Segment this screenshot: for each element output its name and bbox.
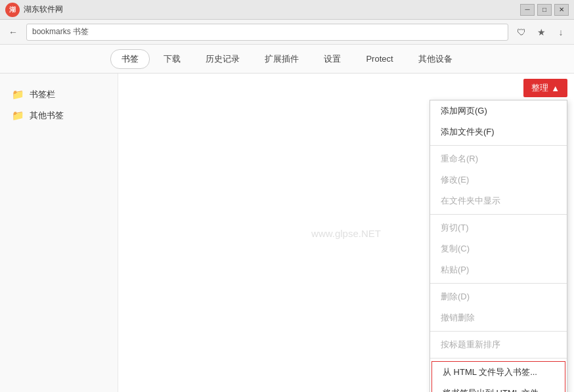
tab-other-devices[interactable]: 其他设备 (407, 49, 464, 69)
star-icon[interactable]: ★ (533, 24, 549, 40)
dropdown-delete: 删除(D) (430, 286, 567, 307)
address-right-icons: 🛡 ★ ↓ (514, 24, 569, 40)
dropdown-sep-1 (430, 145, 567, 146)
dropdown-sep-5 (430, 358, 567, 359)
tab-settings[interactable]: 设置 (313, 49, 352, 69)
dropdown-sep-4 (430, 331, 567, 332)
manage-label: 整理 (531, 82, 548, 94)
sidebar-item-bookmarks-bar[interactable]: 📁 书签栏 (5, 84, 112, 105)
manage-button[interactable]: 整理 ▲ (523, 79, 567, 97)
dropdown-add-page[interactable]: 添加网页(G) (430, 100, 567, 121)
dropdown-paste: 粘贴(P) (430, 259, 567, 280)
addressbar: ← 🛡 ★ ↓ (0, 20, 574, 45)
dropdown-highlight-group: 从 HTML 文件导入书签... 将书签导出到 HTML 文件... (431, 361, 565, 392)
download-icon[interactable]: ↓ (553, 24, 569, 40)
tab-extensions[interactable]: 扩展插件 (254, 49, 310, 69)
shield-icon[interactable]: 🛡 (514, 24, 529, 40)
window-controls: ─ □ ✕ (520, 4, 569, 16)
titlebar-title: 湖东软件网 (24, 4, 63, 15)
sidebar: 📁 书签栏 📁 其他书签 (0, 74, 118, 392)
sidebar-item-label-bookmarks-bar: 书签栏 (30, 89, 55, 100)
dropdown-rename: 重命名(R) (430, 148, 567, 169)
minimize-button[interactable]: ─ (520, 4, 535, 16)
dropdown-copy: 复制(C) (430, 238, 567, 259)
dropdown-cut: 剪切(T) (430, 217, 567, 238)
toolbar: 书签 下载 历史记录 扩展插件 设置 Protect 其他设备 搜索书签 (0, 45, 574, 74)
close-button[interactable]: ✕ (554, 4, 569, 16)
tab-bookmarks[interactable]: 书签 (110, 49, 150, 69)
titlebar-left: 湖 湖东软件网 (5, 3, 63, 17)
watermark: www.glpse.NET (311, 227, 381, 238)
app-logo: 湖 (5, 3, 20, 17)
content-area: 整理 ▲ www.glpse.NET 添加网页(G) 添加文件夹(F) 重命名(… (118, 74, 574, 392)
folder-icon: 📁 (12, 89, 24, 100)
sidebar-item-other-bookmarks[interactable]: 📁 其他书签 (5, 105, 112, 126)
back-button[interactable]: ← (5, 24, 21, 40)
address-input[interactable] (26, 24, 508, 41)
folder-icon-other: 📁 (12, 110, 24, 121)
titlebar: 湖 湖东软件网 ─ □ ✕ (0, 0, 574, 20)
dropdown-sep-3 (430, 283, 567, 284)
dropdown-edit: 修改(E) (430, 169, 567, 190)
dropdown-export-html[interactable]: 将书签导出到 HTML 文件... (432, 383, 565, 392)
dropdown-show-in-folder: 在文件夹中显示 (430, 190, 567, 211)
main-area: 📁 书签栏 📁 其他书签 整理 ▲ www.glpse.NET 添加网页(G) … (0, 74, 574, 392)
dropdown-sort-by-title: 按标题重新排序 (430, 334, 567, 355)
dropdown-undo-delete: 撤销删除 (430, 307, 567, 328)
dropdown-sep-2 (430, 214, 567, 215)
tab-history[interactable]: 历史记录 (194, 49, 251, 69)
sidebar-item-label-other-bookmarks: 其他书签 (30, 110, 64, 121)
dropdown-add-folder[interactable]: 添加文件夹(F) (430, 121, 567, 142)
dropdown-import-html[interactable]: 从 HTML 文件导入书签... (432, 362, 565, 383)
manage-arrow-icon: ▲ (551, 83, 560, 93)
tab-downloads[interactable]: 下载 (152, 49, 192, 69)
manage-dropdown: 添加网页(G) 添加文件夹(F) 重命名(R) 修改(E) 在文件夹中显示 剪切… (430, 100, 567, 392)
tab-protect[interactable]: Protect (355, 50, 404, 68)
maximize-button[interactable]: □ (537, 4, 552, 16)
